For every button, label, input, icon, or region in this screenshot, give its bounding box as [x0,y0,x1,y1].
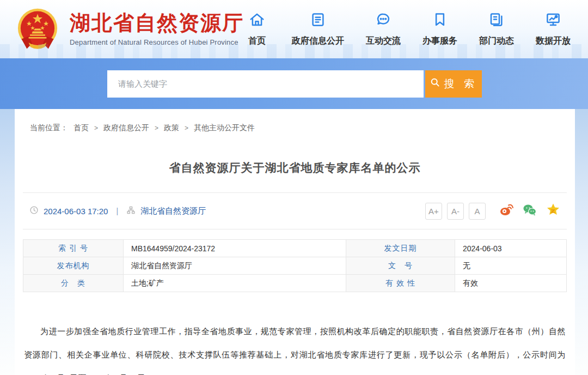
issuing-agency-value: 湖北省自然资源厅 [124,257,346,275]
breadcrumb-item-policy[interactable]: 政策 [164,123,179,133]
article-card: 当前位置： 首页 > 政府信息公开 > 政策 > 其他主动公开文件 省自然资源厅… [15,109,575,375]
site-brand: 湖北省自然资源厅 Department of Natural Resources… [70,12,244,46]
doc-number-value: 无 [455,257,567,275]
breadcrumb-item-other-docs[interactable]: 其他主动公开文件 [194,123,255,133]
breadcrumb-separator: > [185,124,188,132]
organization-icon [126,205,136,216]
nav-item-gov-info[interactable]: 政府信息公开 [292,11,344,47]
site-title: 湖北省自然资源厅 [70,12,244,35]
font-larger-button[interactable]: A+ [425,203,442,220]
nav-label: 部门动态 [479,35,514,47]
chat-icon [375,11,391,30]
publish-time: 2024-06-03 17:20 [44,207,108,216]
search-button-label: 搜 索 [444,77,477,91]
site-header: 湖北省自然资源厅 Department of Natural Resources… [0,0,588,58]
nav-item-department-news[interactable]: 部门动态 [479,11,514,47]
doc-number-label: 文 号 [346,257,455,275]
document-icon [310,11,326,30]
weibo-share-icon[interactable] [499,203,513,219]
clock-icon [29,205,39,216]
nav-item-open-data[interactable]: 数据开放 [536,11,571,47]
table-row: 索 引 号 MB1644959/2024-23172 发文日期 2024-06-… [23,240,567,257]
breadcrumb-separator: > [94,124,98,132]
bookmark-icon [432,11,448,30]
search-icon [430,77,440,90]
article-meta-row: 2024-06-03 17:20 | 湖北省自然资源厅 A+ A- A [23,193,567,229]
search-bar: 搜 索 [107,70,482,98]
table-row: 发布机构 湖北省自然资源厅 文 号 无 [23,257,567,275]
document-info-table: 索 引 号 MB1644959/2024-23172 发文日期 2024-06-… [23,239,567,292]
font-reset-button[interactable]: A [469,203,486,220]
table-row: 分 类 土地;矿产 有 效 性 有效 [23,275,567,292]
article-meta: 2024-06-03 17:20 | 湖北省自然资源厅 [29,205,206,216]
nav-label: 互动交流 [366,35,401,47]
content-background: 当前位置： 首页 > 政府信息公开 > 政策 > 其他主动公开文件 省自然资源厅… [0,109,588,375]
article-title: 省自然资源厅关于湖北省地质专家库名单的公示 [23,160,567,176]
breadcrumb-item-home[interactable]: 首页 [74,123,89,133]
nav-item-interaction[interactable]: 互动交流 [366,11,401,47]
index-number-label: 索 引 号 [23,240,124,257]
data-screen-icon [545,11,561,30]
main-nav: 首页 政府信息公开 互动交流 [244,11,571,47]
share-icons [499,203,560,219]
home-icon [249,11,265,30]
nav-label: 数据开放 [536,35,571,47]
search-banner: 搜 索 [0,58,588,109]
nav-label: 首页 [248,35,266,47]
search-button[interactable]: 搜 索 [425,70,482,98]
nav-label: 政府信息公开 [292,35,344,47]
category-value: 土地;矿产 [124,275,346,292]
nav-item-services[interactable]: 办事服务 [422,11,457,47]
breadcrumb-separator: > [155,124,158,132]
issue-date-value: 2024-06-03 [455,240,567,257]
article-tools: A+ A- A [425,203,560,220]
breadcrumb: 当前位置： 首页 > 政府信息公开 > 政策 > 其他主动公开文件 [23,109,567,133]
search-input[interactable] [107,70,424,98]
issue-date-label: 发文日期 [346,240,455,257]
font-smaller-button[interactable]: A- [447,203,464,220]
article-paragraph: 为进一步加强全省地质行业管理工作，指导全省地质事业，规范专家管理，按照机构改革后… [24,319,566,375]
article-source[interactable]: 湖北省自然资源厅 [140,206,206,216]
validity-value: 有效 [455,275,567,292]
qzone-share-icon[interactable] [546,203,560,219]
meta-separator: | [116,207,118,215]
index-number-value: MB1644959/2024-23172 [124,240,346,257]
article-body: 为进一步加强全省地质行业管理工作，指导全省地质事业，规范专家管理，按照机构改革后… [24,319,566,375]
pages-icon [488,11,505,30]
wechat-share-icon[interactable] [523,203,537,219]
validity-label: 有 效 性 [346,275,455,292]
breadcrumb-item-gov-info[interactable]: 政府信息公开 [103,123,149,133]
breadcrumb-prefix: 当前位置： [30,123,68,133]
issuing-agency-label: 发布机构 [23,257,124,275]
nav-label: 办事服务 [422,35,457,47]
nav-item-home[interactable]: 首页 [244,11,270,47]
category-label: 分 类 [23,275,124,292]
